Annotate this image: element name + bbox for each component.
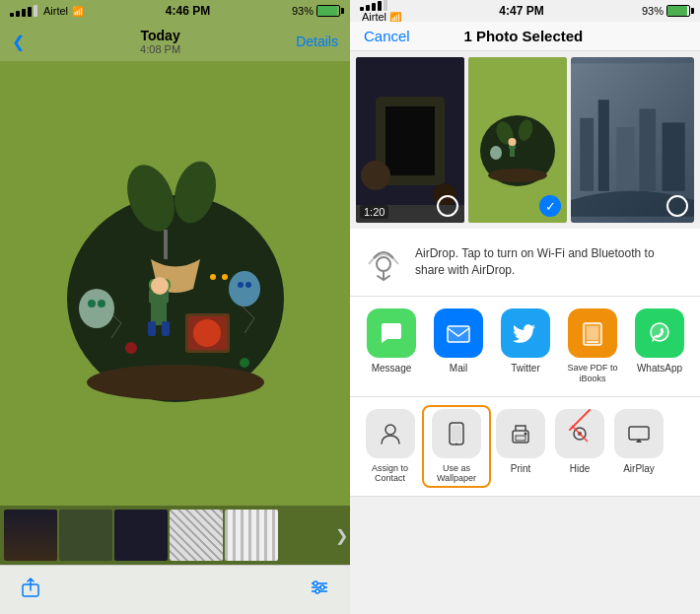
svg-point-16 [245,282,251,288]
share-item-whatsapp[interactable]: WhatsApp [626,308,693,384]
svg-rect-62 [452,426,461,442]
svg-point-8 [151,277,169,295]
svg-rect-48 [580,118,594,191]
signal-bar-3 [22,9,26,17]
selection-title: 1 Photo Selected [463,28,583,44]
bottom-toolbar [0,565,350,614]
svg-point-29 [320,585,324,589]
airplay-label: AirPlay [623,463,655,475]
battery-fill-left [317,6,337,16]
thumb-2[interactable] [59,510,112,561]
photo-grid: 1:20 ✓ [350,51,700,229]
svg-rect-10 [162,321,170,336]
nav-main-title: Today [140,28,180,43]
svg-rect-52 [663,122,685,190]
nav-sub-title: 4:08 PM [140,43,180,55]
message-share-icon [367,308,416,358]
svg-rect-51 [639,109,656,191]
svg-rect-57 [587,326,598,340]
svg-point-12 [88,300,96,307]
svg-rect-55 [448,326,469,342]
signal-bar-r3 [372,3,376,11]
battery-tip-right [691,8,694,14]
photo-cell-3[interactable] [571,57,694,223]
airplay-icon [614,409,664,458]
svg-point-3 [87,365,264,400]
svg-point-30 [315,589,319,593]
twitter-share-icon [501,308,550,358]
hide-icon [555,409,604,458]
svg-point-63 [455,443,457,444]
wifi-icon-left: 📶 [72,6,84,17]
signal-bar-r4 [378,1,382,11]
twitter-share-label: Twitter [511,363,539,375]
airdrop-description: AirDrop. Tap to turn on Wi-Fi and Blueto… [415,245,686,279]
thumb-4[interactable] [170,510,223,561]
photo-unselected-circle-3 [666,195,688,217]
share-item-twitter[interactable]: Twitter [492,308,559,384]
share-row: Message Mail Twitter [350,297,700,397]
share-item-message[interactable]: Message [358,308,425,384]
assign-contact-icon [366,409,415,458]
svg-rect-49 [598,100,609,191]
thumb-3[interactable] [114,510,168,561]
svg-point-53 [377,257,390,271]
svg-point-34 [361,161,390,190]
photo-cell-1[interactable]: 1:20 [356,57,464,223]
message-share-label: Message [372,363,412,375]
right-panel: Airtel 📶 4:47 PM 93% Cancel 1 Photo Sele… [350,0,700,614]
svg-point-41 [488,169,547,182]
details-button[interactable]: Details [296,34,338,49]
share-item-ibooks[interactable]: Save PDF to iBooks [559,308,626,384]
signal-bar-4 [28,7,32,17]
action-item-print[interactable]: Print [491,405,550,489]
action-item-wallpaper[interactable]: Use as Wallpaper [422,405,491,489]
svg-point-11 [79,289,114,328]
svg-rect-65 [516,436,525,441]
airdrop-section[interactable]: AirDrop. Tap to turn on Wi-Fi and Blueto… [350,229,700,297]
battery-right: 93% [642,5,690,17]
svg-rect-33 [385,106,435,175]
main-image-area [0,61,350,506]
svg-point-22 [210,274,216,280]
battery-pct-right: 93% [642,5,664,17]
airdrop-icon [364,240,403,284]
assign-contact-label: Assign to Contact [362,463,418,485]
action-item-hide[interactable]: Hide [550,405,609,489]
battery-pct-left: 93% [292,5,314,17]
share-item-mail[interactable]: Mail [425,308,492,384]
nav-title-left: Today 4:08 PM [140,28,180,55]
thumbnail-strip[interactable]: ❯ [0,506,350,565]
share-button[interactable] [20,577,41,603]
battery-left: 93% [292,5,340,17]
photo-unselected-circle-1 [437,195,458,217]
signal-bar-2 [16,11,20,17]
battery-bar-right [666,5,690,17]
thumb-5[interactable] [225,510,278,561]
battery-tip-left [341,8,344,14]
battery-fill-right [667,6,687,16]
signal-bar-5 [34,5,37,17]
svg-point-14 [229,271,260,307]
battery-bar-left [316,5,340,17]
svg-rect-4 [164,230,168,259]
action-item-assign[interactable]: Assign to Contact [358,405,422,489]
signal-bars-left [10,5,37,17]
nav-bar-left: ❮ Today 4:08 PM Details [0,22,350,61]
mail-share-label: Mail [450,363,467,375]
whatsapp-share-icon [635,308,684,358]
carrier-label-left: Airtel [43,5,68,17]
cancel-button[interactable]: Cancel [364,28,410,44]
thumb-1[interactable] [4,510,57,561]
svg-point-20 [125,342,137,354]
svg-point-15 [238,282,244,288]
photo-cell-2[interactable]: ✓ [468,57,567,223]
back-button[interactable]: ❮ [12,33,25,51]
whatsapp-share-label: WhatsApp [637,363,682,375]
action-item-airplay[interactable]: AirPlay [609,405,668,489]
svg-point-60 [385,425,395,435]
artwork-svg [47,131,304,437]
photo-checkmark-selected: ✓ [539,195,561,217]
mail-share-icon [434,308,483,358]
filter-button[interactable] [309,577,330,603]
